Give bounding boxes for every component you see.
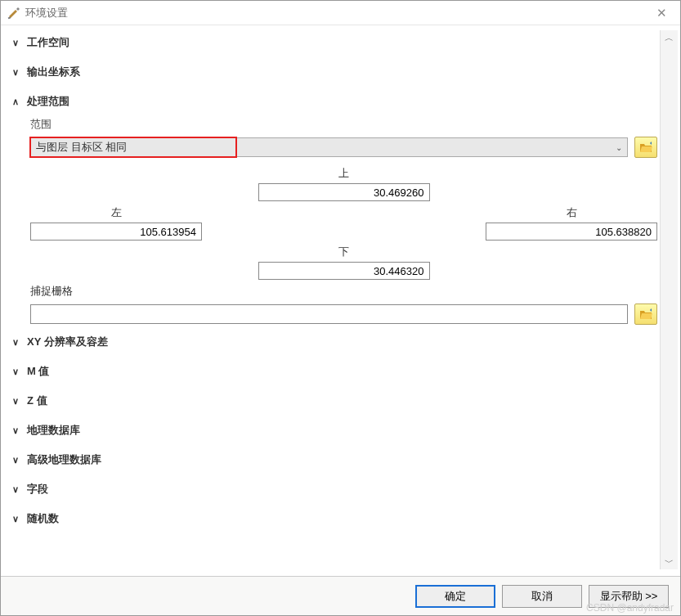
show-help-button[interactable]: 显示帮助 >> — [589, 585, 669, 608]
snap-raster-input[interactable] — [30, 304, 628, 324]
extent-body: 范围 与图层 目标区 相同 ⌄ 上 左 — [12, 114, 657, 325]
chevron-down-icon: ∨ — [12, 425, 24, 436]
extent-top-label: 上 — [258, 166, 430, 181]
window-title: 环境设置 — [25, 6, 650, 20]
section-advanced-geodatabase[interactable]: ∨ 高级地理数据库 — [12, 447, 657, 472]
section-label: 输出坐标系 — [27, 65, 80, 79]
dropdown-value: 与图层 目标区 相同 — [36, 140, 127, 155]
extent-dropdown[interactable]: 与图层 目标区 相同 ⌄ — [30, 137, 628, 157]
extent-bottom-input[interactable] — [258, 262, 430, 280]
chevron-down-icon: ⌄ — [616, 143, 622, 152]
chevron-up-icon: ∧ — [12, 97, 24, 107]
settings-icon — [7, 7, 20, 20]
close-button[interactable]: ✕ — [650, 4, 674, 22]
extent-grid: 上 左 右 下 — [30, 166, 657, 272]
section-geodatabase[interactable]: ∨ 地理数据库 — [12, 418, 657, 443]
extent-label: 范围 — [30, 117, 657, 132]
chevron-down-icon: ∨ — [12, 337, 24, 348]
extent-right-label: 右 — [486, 205, 657, 220]
chevron-down-icon: ∨ — [12, 38, 24, 48]
section-output-cs[interactable]: ∨ 输出坐标系 — [12, 60, 657, 84]
chevron-down-icon: ∨ — [12, 484, 24, 495]
snap-raster-label: 捕捉栅格 — [30, 284, 657, 299]
chevron-down-icon: ∨ — [12, 514, 24, 524]
section-label: 地理数据库 — [27, 423, 80, 438]
section-label: XY 分辨率及容差 — [27, 335, 108, 349]
section-random[interactable]: ∨ 随机数 — [12, 506, 657, 531]
section-extent[interactable]: ∧ 处理范围 — [12, 89, 657, 114]
browse-extent-button[interactable] — [634, 137, 657, 158]
extent-right-input[interactable] — [486, 223, 657, 241]
chevron-down-icon: ∨ — [12, 67, 24, 78]
section-m-values[interactable]: ∨ M 值 — [12, 359, 657, 384]
button-bar: 确定 取消 显示帮助 >> — [1, 576, 680, 615]
section-workspace[interactable]: ∨ 工作空间 — [12, 30, 657, 55]
section-z-values[interactable]: ∨ Z 值 — [12, 389, 657, 413]
vertical-scrollbar[interactable]: ︿ ﹀ — [660, 30, 678, 569]
browse-snap-button[interactable] — [634, 304, 657, 325]
section-fields[interactable]: ∨ 字段 — [12, 477, 657, 501]
chevron-down-icon: ∨ — [12, 455, 24, 465]
extent-bottom-label: 下 — [258, 245, 430, 259]
scroll-up-icon[interactable]: ︿ — [661, 30, 678, 45]
section-label: 处理范围 — [27, 94, 69, 109]
section-label: 随机数 — [27, 511, 59, 526]
scroll-down-icon[interactable]: ﹀ — [661, 555, 678, 569]
extent-top-input[interactable] — [258, 183, 430, 201]
ok-button[interactable]: 确定 — [415, 585, 495, 608]
section-label: M 值 — [27, 364, 49, 379]
svg-rect-0 — [8, 16, 11, 19]
extent-left-input[interactable] — [30, 223, 202, 241]
section-label: Z 值 — [27, 393, 47, 408]
section-label: 工作空间 — [27, 35, 69, 50]
chevron-down-icon: ∨ — [12, 366, 24, 377]
cancel-button[interactable]: 取消 — [502, 585, 582, 608]
section-xy-resolution[interactable]: ∨ XY 分辨率及容差 — [12, 330, 657, 354]
section-label: 高级地理数据库 — [27, 452, 101, 467]
titlebar: 环境设置 ✕ — [1, 1, 680, 25]
extent-left-label: 左 — [30, 205, 202, 220]
content-area: ∨ 工作空间 ∨ 输出坐标系 ∧ 处理范围 范围 与图层 目标区 相同 ⌄ — [12, 30, 657, 569]
section-label: 字段 — [27, 482, 48, 497]
chevron-down-icon: ∨ — [12, 396, 24, 407]
